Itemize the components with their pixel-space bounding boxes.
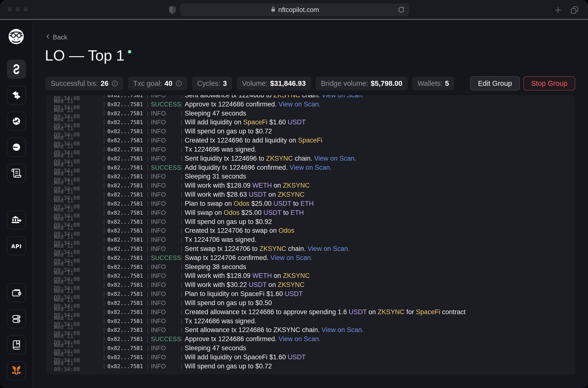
log-message-segment: ZKSYNC: [283, 182, 310, 189]
back-link[interactable]: Back: [45, 33, 67, 42]
column-divider: |: [178, 155, 185, 162]
column-divider: |: [101, 327, 107, 333]
column-divider: |: [178, 119, 185, 125]
column-divider: |: [145, 110, 151, 117]
stat-pill-2: Txc goal:40: [128, 76, 187, 90]
app-window: nftcopilot.com: [0, 0, 588, 388]
column-divider: |: [101, 309, 107, 315]
column-divider: |: [145, 245, 151, 252]
log-message: Created tx 1224696 to add liquidity on S…: [185, 137, 570, 144]
log-message-segment: Sleeping 47 seconds: [185, 110, 246, 117]
sidebar-item-metamask[interactable]: [7, 361, 26, 380]
sidebar-item-withdraw[interactable]: [7, 210, 26, 230]
log-wallet-address: 0x82...75B1: [107, 255, 145, 261]
new-tab-icon[interactable]: [554, 6, 563, 15]
sidebar-item-pause[interactable]: [7, 138, 26, 157]
log-message-segment: USDT: [288, 353, 306, 361]
column-divider: |: [145, 119, 151, 125]
column-divider: |: [178, 209, 185, 216]
log-level: INFO: [151, 291, 178, 297]
column-divider: |: [101, 354, 107, 360]
stop-group-button[interactable]: Stop Group: [523, 76, 575, 91]
log-message-segment: ZKSYNC: [266, 155, 293, 162]
info-icon[interactable]: [111, 80, 118, 87]
log-wallet-address: 0x82...75B1: [107, 327, 145, 333]
column-divider: |: [178, 363, 185, 369]
stat-label: Volume:: [242, 79, 268, 88]
log-message: Sleeping 38 seconds: [185, 263, 570, 271]
view-on-scan-link[interactable]: View on Scan.: [290, 164, 332, 171]
sidebar-item-storage[interactable]: [7, 309, 26, 328]
metamask-icon: [11, 365, 22, 376]
column-divider: |: [101, 237, 107, 243]
log-message-segment: Tx 1224686 was signed.: [185, 317, 257, 325]
column-divider: |: [101, 192, 107, 198]
log-row: Wed 11 09:34:08|0x82...75B1|INFO|Plan to…: [54, 199, 570, 208]
log-level: INFO: [151, 155, 178, 162]
log-message-segment: Add liquidity tx 1224696 confirmed.: [185, 164, 290, 171]
sidebar-item-swap[interactable]: [7, 86, 26, 105]
syncswap-icon: [11, 116, 22, 126]
sidebar-item-logs[interactable]: [7, 164, 26, 183]
column-divider: |: [178, 354, 185, 360]
view-on-scan-link[interactable]: View on Scan.: [279, 100, 321, 108]
log-wallet-address: 0x82...75B1: [107, 128, 145, 134]
url-text: nftcopilot.com: [278, 6, 319, 14]
log-message-segment: Will add liquidity on SpaceFi $1.60: [185, 353, 288, 361]
view-on-scan-link[interactable]: View on Scan.: [314, 155, 356, 162]
sidebar-item-syncswap[interactable]: [7, 112, 26, 131]
view-on-scan-link[interactable]: View on Scan.: [270, 254, 313, 262]
log-message-segment: Will spend on gas up to $0.72: [185, 127, 272, 135]
log-message-segment: WETH: [252, 182, 272, 189]
sidebar-item-groups[interactable]: [7, 60, 26, 79]
column-divider: |: [178, 137, 185, 144]
nftcopilot-logo-icon[interactable]: [8, 28, 24, 45]
column-divider: |: [145, 95, 151, 98]
sidebar-item-api[interactable]: API: [7, 236, 26, 256]
stat-pill-6: Wallets:5: [412, 76, 454, 90]
address-bar[interactable]: nftcopilot.com: [180, 3, 409, 16]
edit-group-button[interactable]: Edit Group: [470, 76, 520, 91]
log-message-segment: Odos: [224, 209, 240, 216]
stat-value: 5: [445, 79, 449, 88]
reload-icon[interactable]: [397, 6, 405, 15]
view-on-scan-link[interactable]: View on Scan.: [322, 326, 364, 334]
stat-pill-4: Volume:$31,846.93: [237, 76, 311, 90]
column-divider: |: [101, 137, 107, 144]
log-message-segment: Will work with $128.09: [185, 272, 252, 279]
column-divider: |: [145, 255, 151, 261]
log-wallet-address: 0x82...75B1: [107, 228, 145, 234]
log-level: INFO: [151, 182, 178, 189]
window-controls[interactable]: [8, 7, 28, 12]
stats-row: Successful txs:26 Txc goal:40 Cycles:3Vo…: [45, 76, 454, 90]
close-window-button[interactable]: [8, 7, 12, 12]
privacy-shield-icon[interactable]: [168, 5, 177, 16]
sidebar-item-docs[interactable]: [7, 335, 26, 354]
log-row: Wed 11 09:34:08|0x82...75B1|INFO|Sleepin…: [54, 109, 570, 118]
info-icon[interactable]: [175, 80, 182, 87]
log-panel[interactable]: Wed 11 09:34:08|0x82...75B1|INFO|Sent al…: [46, 95, 575, 374]
minus-circle-icon: [11, 142, 22, 152]
log-row: Wed 11 09:34:08|0x82...75B1|SUCCESS|Swap…: [54, 253, 570, 263]
log-level: INFO: [151, 345, 178, 352]
page-title: LO — Top 1: [45, 47, 131, 64]
view-on-scan-link[interactable]: View on Scan.: [307, 245, 350, 252]
log-message: Sent allowance tx 1224686 to ZKSYNC chai…: [185, 326, 570, 334]
log-level: INFO: [151, 363, 178, 370]
log-message: Sleeping 31 seconds: [185, 173, 570, 180]
log-message: Sent allowance tx 1224686 to ZKSYNC chai…: [185, 95, 570, 99]
log-message: Will add liquidity on SpaceFi $1.60 USDT: [185, 353, 570, 361]
stat-value: $31,846.93: [270, 79, 306, 88]
minimize-window-button[interactable]: [15, 7, 20, 12]
view-on-scan-link[interactable]: View on Scan.: [279, 335, 321, 343]
log-message-segment: chain.: [286, 245, 307, 252]
zoom-window-button[interactable]: [23, 7, 28, 12]
column-divider: |: [178, 218, 185, 225]
sidebar-item-wallets[interactable]: [7, 283, 26, 302]
view-on-scan-link[interactable]: View on Scan.: [322, 95, 364, 99]
tab-overview-icon[interactable]: [570, 5, 579, 16]
column-divider: |: [145, 173, 151, 180]
column-divider: |: [101, 228, 107, 234]
column-divider: |: [101, 363, 107, 369]
log-message-segment: USDT: [288, 119, 306, 126]
